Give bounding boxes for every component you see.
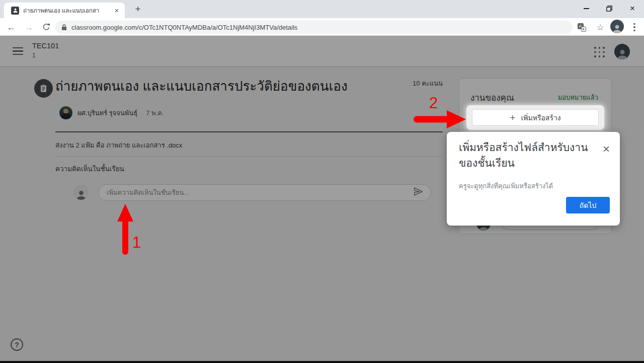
reload-button[interactable] (39, 20, 53, 34)
add-or-create-label: เพิ่มหรือสร้าง (521, 112, 560, 123)
plus-icon: + (510, 113, 515, 122)
dialog-body-text: ครูจะดูทุกสิ่งที่คุณเพิ่มหรือสร้างได้ (459, 181, 553, 191)
dialog-title: เพิ่มหรือสร้างไฟล์สำหรับงาน ของชั้นเรียน (459, 139, 605, 171)
restore-icon (606, 6, 612, 12)
reload-icon (42, 23, 50, 31)
next-button[interactable]: ถัดไป (566, 197, 610, 213)
new-tab-button[interactable]: + (132, 3, 144, 15)
dialog-close-icon[interactable]: × (603, 143, 610, 155)
add-create-dialog: เพิ่มหรือสร้างไฟล์สำหรับงาน ของชั้นเรียน… (447, 132, 620, 226)
window-restore-button[interactable] (598, 0, 621, 17)
bookmark-star-icon[interactable]: ☆ (594, 21, 607, 34)
browser-tab[interactable]: ถ่ายภาพตนเอง และแนบเอกสารประวัติย่อ × (4, 3, 125, 18)
back-button[interactable]: ← (4, 20, 18, 34)
annotation-number-2: 2 (429, 95, 438, 111)
taskbar-edge (0, 361, 644, 363)
spotlight-highlight: + เพิ่มหรือสร้าง (466, 105, 604, 130)
add-or-create-button[interactable]: + เพิ่มหรือสร้าง (472, 109, 599, 126)
annotation-number-1: 1 (132, 235, 141, 250)
browser-toolbar: ← → classroom.google.com/c/OTc1NTQ0NTAyM… (0, 18, 644, 36)
tab-title: ถ่ายภาพตนเอง และแนบเอกสารประวัติย่อ (23, 6, 100, 15)
tab-close-icon[interactable]: × (113, 7, 121, 14)
url-text: classroom.google.com/c/OTc1NTQ0NTAyMDBa/… (71, 24, 297, 31)
browser-window: ถ่ายภาพตนเอง และแนบเอกสารประวัติย่อ × + … (0, 0, 644, 363)
classroom-page: TEC101 1 ถ่ายภาพตนเอง และแนบเอกสารประวัต… (0, 36, 644, 363)
tab-strip: ถ่ายภาพตนเอง และแนบเอกสารประวัติย่อ × + … (0, 0, 644, 18)
address-bar[interactable]: classroom.google.com/c/OTc1NTQ0NTAyMDBa/… (55, 21, 573, 34)
classroom-favicon-icon (11, 7, 19, 15)
minimize-icon (584, 8, 589, 9)
browser-profile-avatar[interactable] (610, 20, 624, 33)
window-close-button[interactable]: × (621, 0, 644, 17)
forward-button: → (22, 20, 36, 34)
annotation-arrow-1 (117, 204, 133, 255)
translate-button[interactable]: A a (575, 21, 588, 34)
window-minimize-button[interactable] (575, 0, 598, 17)
translate-icon: A a (578, 23, 586, 32)
annotation-arrow-2 (413, 110, 466, 128)
window-controls: × (575, 0, 644, 17)
lock-icon (61, 24, 67, 31)
browser-menu-button[interactable] (628, 21, 641, 34)
kebab-icon (633, 23, 635, 31)
